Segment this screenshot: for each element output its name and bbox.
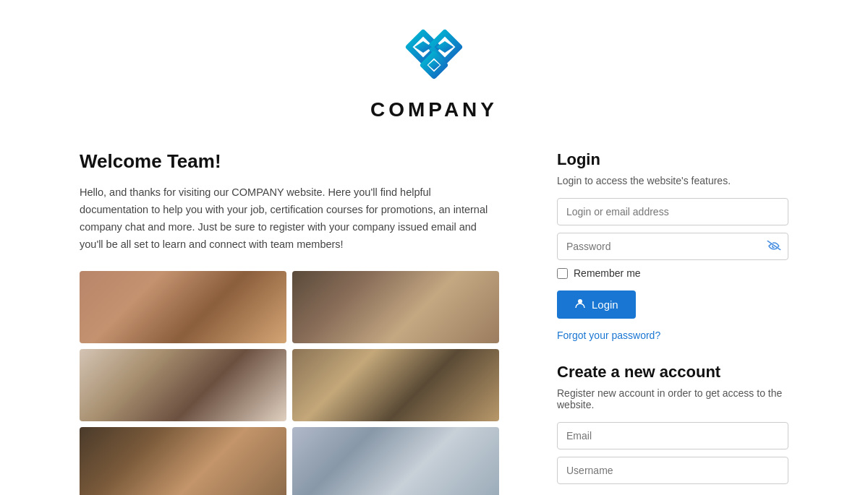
login-title: Login bbox=[557, 150, 788, 169]
password-wrapper bbox=[557, 233, 788, 260]
company-logo bbox=[391, 22, 477, 94]
company-name-text: COMPANY bbox=[370, 98, 498, 121]
team-image-3 bbox=[80, 349, 286, 421]
team-image-2 bbox=[292, 271, 499, 343]
register-username-input[interactable] bbox=[557, 457, 788, 484]
remember-me-row: Remember me bbox=[557, 267, 788, 279]
login-button-label: Login bbox=[592, 298, 618, 311]
team-image-1 bbox=[80, 271, 286, 343]
remember-me-checkbox[interactable] bbox=[557, 268, 568, 279]
register-subtitle: Register new account in order to get acc… bbox=[557, 387, 788, 410]
remember-me-label[interactable]: Remember me bbox=[574, 267, 641, 279]
svg-marker-3 bbox=[436, 41, 454, 53]
register-email-input[interactable] bbox=[557, 422, 788, 449]
team-image-6 bbox=[292, 427, 499, 495]
forgot-password-link[interactable]: Forgot your password? bbox=[557, 330, 660, 341]
login-subtitle: Login to access the website's features. bbox=[557, 175, 788, 186]
image-grid bbox=[80, 271, 499, 495]
team-image-5 bbox=[80, 427, 286, 495]
svg-marker-2 bbox=[414, 41, 432, 53]
left-column: Welcome Team! Hello, and thanks for visi… bbox=[80, 150, 499, 495]
team-image-4 bbox=[292, 349, 499, 421]
login-username-input[interactable] bbox=[557, 198, 788, 225]
welcome-text: Hello, and thanks for visiting our COMPA… bbox=[80, 184, 499, 254]
login-password-input[interactable] bbox=[557, 233, 788, 260]
welcome-title: Welcome Team! bbox=[80, 150, 499, 173]
right-column: Login Login to access the website's feat… bbox=[557, 150, 788, 495]
svg-point-6 bbox=[578, 299, 582, 304]
toggle-password-icon[interactable] bbox=[767, 239, 781, 254]
page-header: COMPANY bbox=[0, 0, 868, 136]
login-button[interactable]: Login bbox=[557, 290, 636, 319]
login-user-icon bbox=[574, 298, 586, 311]
main-content: Welcome Team! Hello, and thanks for visi… bbox=[36, 136, 832, 495]
register-title: Create a new account bbox=[557, 363, 788, 382]
